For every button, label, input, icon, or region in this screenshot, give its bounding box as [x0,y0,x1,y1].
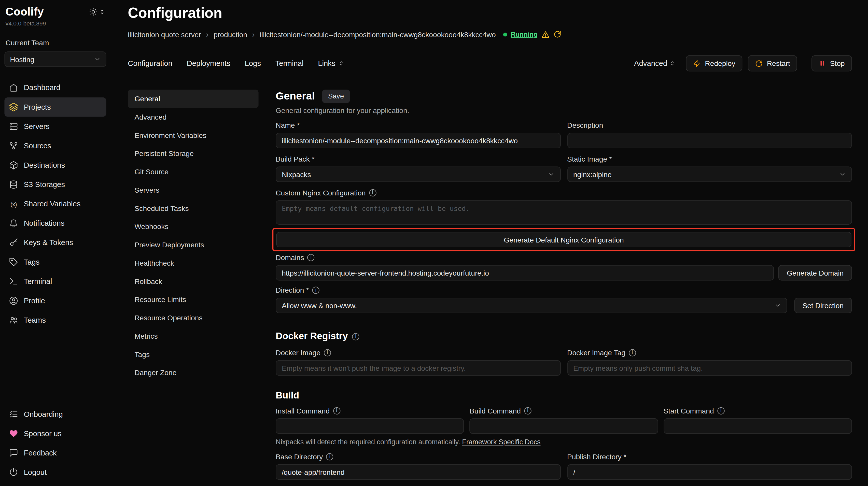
build-command-label: Build Command [470,407,521,415]
breadcrumb-project[interactable]: illicitonion quote server [128,30,201,39]
subnav-item-webhooks[interactable]: Webhooks [128,218,258,236]
redeploy-button[interactable]: Redeploy [686,55,743,71]
refresh-icon[interactable] [554,31,561,38]
coolify-app: Coolify v4.0.0-beta.399 Current Team Hos… [0,0,868,486]
info-icon[interactable] [333,408,340,415]
build-command-input[interactable] [470,418,658,434]
subnav-item-resource-operations[interactable]: Resource Operations [128,309,258,327]
sidebar-item-keys-tokens[interactable]: Keys & Tokens [4,233,106,252]
build-pack-select[interactable]: Nixpacks [276,167,560,182]
subnav-item-rollback[interactable]: Rollback [128,272,258,291]
direction-select[interactable]: Allow www & non-www. [276,298,787,313]
info-icon[interactable] [369,189,376,196]
tab-logs[interactable]: Logs [245,59,261,68]
sun-icon[interactable] [89,8,97,16]
sidebar-item-s3-storages[interactable]: S3 Storages [4,175,106,194]
docker-image-label: Docker Image [276,349,320,357]
sidebar-item-dashboard[interactable]: Dashboard [4,78,106,97]
name-input[interactable] [276,133,560,148]
chevron-right-icon [206,30,209,39]
docker-image-input[interactable] [276,360,560,376]
static-image-select[interactable]: nginx:alpine [567,167,852,182]
framework-docs-link[interactable]: Framework Specific Docs [462,438,540,446]
custom-nginx-textarea[interactable] [276,200,852,225]
team-select-value: Hosting [10,55,34,63]
layers-icon [9,102,18,112]
static-image-label: Static Image * [567,155,612,163]
subnav-item-scheduled-tasks[interactable]: Scheduled Tasks [128,199,258,218]
subnav-item-servers[interactable]: Servers [128,181,258,199]
tab-configuration[interactable]: Configuration [128,59,172,68]
sidebar-item-terminal[interactable]: Terminal [4,272,106,291]
subnav-item-tags[interactable]: Tags [128,345,258,364]
subnav-item-git-source[interactable]: Git Source [128,163,258,181]
toolbar: Configuration Deployments Logs Terminal … [128,55,852,71]
set-direction-button[interactable]: Set Direction [794,298,852,313]
home-icon [9,83,18,92]
section-subtitle: General configuration for your applicati… [276,106,852,115]
sidebar-item-feedback[interactable]: Feedback [4,443,106,462]
breadcrumb-environment[interactable]: production [214,30,247,39]
info-icon[interactable] [324,349,331,356]
generate-nginx-config-button[interactable]: Generate Default Nginx Configuration [276,232,851,247]
info-icon[interactable] [629,349,636,356]
sidebar-item-shared-variables[interactable]: Shared Variables [4,194,106,214]
theme-updown-icon[interactable] [99,9,105,15]
advanced-dropdown[interactable]: Advanced [634,59,676,68]
publish-directory-input[interactable] [567,464,852,480]
info-icon[interactable] [352,333,360,340]
status-label[interactable]: Running [510,31,537,38]
subnav-item-advanced[interactable]: Advanced [128,108,258,126]
sidebar-item-sponsor[interactable]: Sponsor us [4,424,106,443]
generate-domain-button[interactable]: Generate Domain [778,265,852,281]
domains-input[interactable] [276,265,774,281]
section-title-general: General [276,90,315,102]
docker-image-tag-input[interactable] [567,360,852,376]
tab-links[interactable]: Links [318,59,344,68]
sidebar-item-tags[interactable]: Tags [4,252,106,272]
base-directory-input[interactable] [276,464,560,480]
sidebar-item-onboarding[interactable]: Onboarding [4,404,106,424]
subnav-item-danger-zone[interactable]: Danger Zone [128,364,258,382]
sidebar-item-notifications[interactable]: Notifications [4,214,106,233]
info-icon[interactable] [524,408,531,415]
tab-terminal[interactable]: Terminal [275,59,304,68]
chevron-down-icon [774,302,781,309]
sidebar-item-teams[interactable]: Teams [4,311,106,330]
subnav-item-metrics[interactable]: Metrics [128,327,258,345]
chevron-down-icon [839,171,846,177]
warning-icon[interactable] [541,30,550,39]
subnav-item-resource-limits[interactable]: Resource Limits [128,291,258,309]
info-icon[interactable] [717,408,724,415]
tab-deployments[interactable]: Deployments [187,59,230,68]
description-input[interactable] [567,133,852,148]
info-icon[interactable] [326,453,333,460]
install-command-input[interactable] [276,418,464,434]
info-icon[interactable] [308,254,315,261]
sidebar-item-sources[interactable]: Sources [4,136,106,156]
chat-icon [9,448,18,458]
sidebar-item-servers[interactable]: Servers [4,117,106,136]
tag-icon [9,257,18,267]
subnav-item-general[interactable]: General [128,90,258,108]
base-directory-label: Base Directory [276,453,323,461]
power-icon [9,468,18,477]
sidebar-item-profile[interactable]: Profile [4,291,106,311]
settings-subnav: General Advanced Environment Variables P… [128,90,258,382]
users-icon [9,316,18,325]
team-select[interactable]: Hosting [4,52,106,67]
stop-button[interactable]: Stop [812,55,852,71]
sidebar-item-destinations[interactable]: Destinations [4,156,106,175]
subnav-item-healthcheck[interactable]: Healthcheck [128,254,258,272]
sidebar-item-logout[interactable]: Logout [4,462,106,482]
restart-button[interactable]: Restart [748,55,797,71]
sidebar-item-projects[interactable]: Projects [4,97,106,117]
info-icon[interactable] [312,287,319,294]
subnav-item-preview-deployments[interactable]: Preview Deployments [128,236,258,254]
start-command-input[interactable] [663,418,852,434]
subnav-item-environment-variables[interactable]: Environment Variables [128,126,258,144]
breadcrumb-application[interactable]: illicitestonion/-module--decomposition:m… [260,30,496,39]
main-content: Configuration illicitonion quote server … [112,0,868,486]
save-button[interactable]: Save [322,90,350,103]
subnav-item-persistent-storage[interactable]: Persistent Storage [128,144,258,163]
